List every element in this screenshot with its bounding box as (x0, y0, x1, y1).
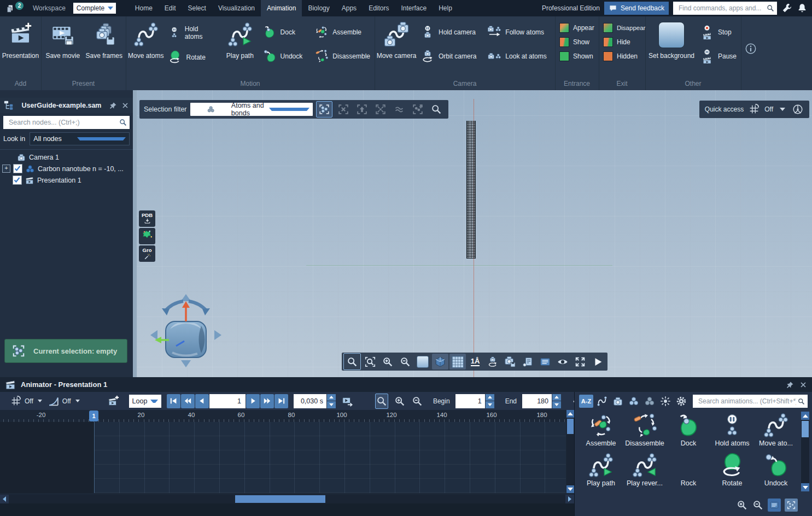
look-at-atoms-button[interactable]: Look at atoms (484, 48, 550, 64)
hidden-button[interactable]: Hidden (600, 50, 649, 62)
move-camera-button[interactable]: Move camera (376, 20, 417, 76)
zoom-in-button[interactable] (379, 354, 396, 370)
viewport-3d[interactable]: Selection filter Atoms and bonds Quick a… (137, 90, 812, 377)
grid-view-button[interactable] (785, 499, 798, 512)
current-frame-input[interactable] (209, 394, 246, 408)
orientation-gizmo[interactable] (145, 290, 227, 372)
rotate-button[interactable]: Rotate (165, 49, 218, 66)
shown-button[interactable]: Shown (556, 50, 598, 62)
background-button[interactable] (414, 354, 431, 370)
palette-item-undock[interactable]: Undock (754, 452, 798, 491)
spin-up-button[interactable] (486, 394, 494, 401)
disappear-button[interactable]: Disappear (600, 22, 649, 34)
timeline-zoom-in-button[interactable] (394, 394, 406, 408)
stop-button[interactable]: Stop (697, 24, 740, 40)
follow-atoms-button[interactable]: Follow atoms (484, 24, 550, 40)
add-selection-button[interactable] (410, 102, 425, 117)
presentation-button[interactable]: Presentation (1, 20, 40, 76)
timeline-horizontal-scrollbar[interactable] (0, 495, 574, 503)
scroll-down-button[interactable] (801, 483, 809, 491)
show-button[interactable]: Show (556, 36, 598, 48)
pin-icon[interactable] (109, 101, 118, 110)
save-frames-button[interactable]: Save frames (84, 20, 125, 76)
zoom-in-icon[interactable] (736, 499, 748, 511)
palette-item-play-reverse[interactable]: Play rever... (623, 452, 667, 491)
spin-down-button[interactable] (486, 401, 494, 408)
select-similar-button[interactable] (392, 102, 407, 117)
search-icon[interactable] (119, 118, 127, 127)
play-button[interactable] (589, 354, 606, 370)
menu-interface[interactable]: Interface (395, 0, 433, 16)
export-movie-button[interactable] (341, 394, 353, 408)
fast-back-button[interactable] (181, 394, 195, 408)
palette-item-disassemble[interactable]: Disassemble (623, 412, 667, 452)
disassemble-button[interactable]: Disassemble (311, 48, 373, 64)
menu-help[interactable]: Help (433, 0, 458, 16)
expand-selection-button[interactable] (373, 102, 388, 117)
list-view-button[interactable] (768, 499, 781, 512)
zoom-button[interactable] (343, 353, 361, 370)
menu-animation[interactable]: Animation (261, 0, 302, 16)
sort-az-button[interactable]: A-Z (579, 395, 593, 408)
dock-button[interactable]: Dock (259, 24, 306, 40)
zoom-selection-button[interactable] (362, 354, 378, 370)
menu-visualization[interactable]: Visualization (212, 0, 261, 16)
tree-item-presentation[interactable]: Presentation 1 (0, 174, 133, 186)
visibility-button[interactable] (554, 354, 571, 370)
info-icon[interactable] (745, 43, 757, 55)
search-nodes-input[interactable] (8, 118, 119, 127)
selection-filter-select[interactable]: Atoms and bonds (190, 103, 313, 116)
menu-home[interactable]: Home (129, 0, 159, 16)
spin-down-button[interactable] (327, 401, 336, 408)
filter-path-button[interactable] (595, 395, 609, 408)
label-button[interactable] (519, 354, 536, 370)
bell-icon[interactable] (797, 3, 808, 14)
scroll-left-button[interactable] (0, 495, 9, 503)
chevron-down-icon[interactable] (780, 108, 785, 111)
filter-effects-button[interactable] (658, 395, 673, 408)
fullscreen-button[interactable] (572, 354, 588, 370)
palette-item-hold-atoms[interactable]: Hold atoms (710, 412, 754, 452)
spin-up-button[interactable] (552, 394, 561, 401)
skip-end-button[interactable] (274, 394, 288, 408)
send-feedback-button[interactable]: Send feedback (604, 2, 669, 15)
scrollbar-thumb[interactable] (802, 421, 809, 437)
menu-select[interactable]: Select (182, 0, 212, 16)
snap-grid-icon[interactable] (748, 103, 760, 115)
filter-atoms-button[interactable] (627, 395, 641, 408)
timeline-tracks[interactable] (0, 422, 566, 493)
scrollbar-thumb[interactable] (235, 495, 325, 503)
timeline-zoom-button[interactable] (375, 394, 388, 409)
tree-item-nanotube[interactable]: Carbon nanotube n = -10, ... (0, 163, 133, 174)
gromacs-button[interactable]: Gro (139, 245, 155, 262)
close-icon[interactable] (799, 380, 808, 389)
select-up-button[interactable] (354, 102, 370, 117)
expand-icon[interactable] (2, 165, 10, 173)
scale-button[interactable]: 1Å (467, 354, 483, 370)
tools-icon[interactable] (781, 3, 792, 14)
hold-atoms-button[interactable]: Hold atoms (165, 24, 218, 42)
timeline-zoom-out-button[interactable] (411, 394, 423, 408)
pages-icon[interactable] (5, 4, 14, 13)
loop-mode-select[interactable]: Loop (129, 395, 161, 408)
snapshot-button[interactable] (502, 354, 518, 370)
orbit-camera-button[interactable]: Orbit camera (417, 48, 480, 64)
step-back-button[interactable] (195, 394, 209, 408)
skip-start-button[interactable] (167, 394, 180, 408)
filter-camera-button[interactable] (611, 395, 625, 408)
appear-button[interactable]: Appear (556, 22, 598, 34)
carbon-nanotube-model[interactable] (466, 121, 476, 259)
search-icon[interactable] (766, 4, 775, 13)
play-path-button[interactable]: Play path (221, 20, 259, 76)
palette-item-assemble[interactable]: Assemble (579, 412, 623, 452)
pin-icon[interactable] (786, 380, 795, 389)
checkbox-checked[interactable] (13, 164, 22, 173)
deselect-button[interactable] (336, 102, 351, 117)
save-movie-button[interactable]: Save movie (42, 20, 84, 76)
panel-splitter[interactable] (133, 90, 137, 377)
pdb-download-button[interactable]: PDB (139, 210, 155, 227)
end-input[interactable] (522, 394, 552, 408)
step-forward-button[interactable] (246, 394, 260, 408)
pause-button[interactable]: Pause (697, 48, 740, 64)
checkbox-checked[interactable] (13, 175, 22, 185)
